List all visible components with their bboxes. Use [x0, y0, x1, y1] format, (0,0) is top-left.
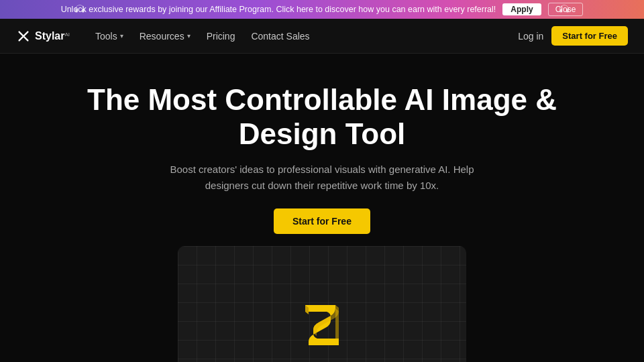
nav-contact[interactable]: Contact Sales	[244, 27, 316, 46]
nav-resources[interactable]: Resources ▾	[133, 27, 197, 46]
hero-title: The Most Controllable AI Image & Design …	[87, 83, 557, 151]
tools-chevron-icon: ▾	[120, 32, 123, 40]
headphone-right-icon	[558, 3, 570, 15]
logo[interactable]: StylarAI	[16, 29, 70, 44]
promo-banner: Unlock exclusive rewards by joining our …	[0, 0, 644, 19]
headphone-left-icon	[74, 3, 86, 15]
navbar: StylarAI Tools ▾ Resources ▾ Pricing Con…	[0, 19, 644, 54]
banner-text: Unlock exclusive rewards by joining our …	[61, 5, 496, 14]
logo-wordmark: StylarAI	[35, 30, 70, 42]
nav-tools[interactable]: Tools ▾	[89, 27, 130, 46]
logo-icon	[16, 29, 31, 44]
nav-right-actions: Log in Start for Free	[518, 26, 628, 46]
start-free-hero-button[interactable]: Start for Free	[274, 208, 370, 234]
hero-subtitle: Boost creators' ideas to professional vi…	[154, 162, 490, 194]
nav-links: Tools ▾ Resources ▾ Pricing Contact Sale…	[89, 27, 518, 46]
start-free-nav-button[interactable]: Start for Free	[551, 26, 628, 46]
hero-preview-card	[178, 246, 466, 362]
nav-pricing[interactable]: Pricing	[200, 27, 242, 46]
apply-button[interactable]: Apply	[502, 3, 541, 15]
resources-chevron-icon: ▾	[187, 32, 191, 40]
stylar-3d-logo	[292, 298, 352, 352]
login-link[interactable]: Log in	[518, 31, 543, 42]
hero-section: The Most Controllable AI Image & Design …	[0, 54, 644, 362]
